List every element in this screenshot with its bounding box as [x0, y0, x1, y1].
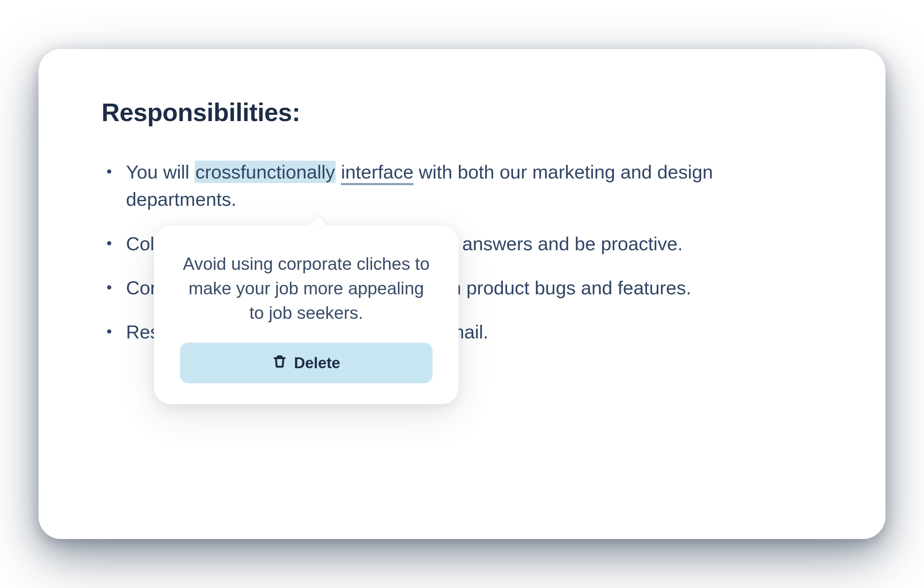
list-text-space: [336, 161, 341, 182]
suggestion-popover: Avoid using corporate cliches to make yo…: [154, 226, 459, 404]
stage: Responsibilities: You will crossfunction…: [0, 0, 924, 588]
document-card: Responsibilities: You will crossfunction…: [38, 49, 886, 539]
underlined-phrase[interactable]: interface: [341, 161, 413, 185]
list-item: You will crossfunctionally interface wit…: [102, 158, 822, 213]
delete-button[interactable]: Delete: [180, 343, 432, 383]
list-text-prefix: You will: [126, 161, 195, 182]
heading-responsibilities: Responsibilities:: [102, 98, 822, 127]
trash-icon: [272, 354, 287, 372]
delete-button-label: Delete: [294, 354, 340, 372]
popover-message: Avoid using corporate cliches to make yo…: [180, 252, 432, 325]
highlighted-phrase[interactable]: crossfunctionally: [195, 161, 336, 183]
